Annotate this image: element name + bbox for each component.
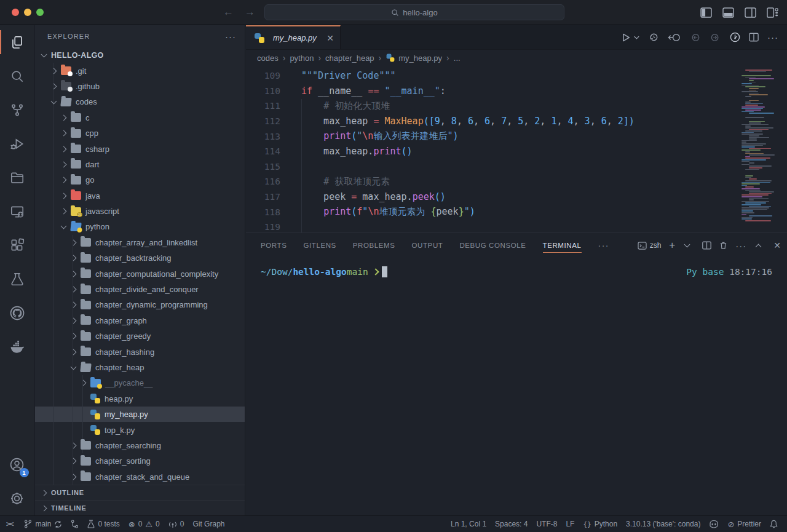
- tree-folder-cpp[interactable]: cpp: [35, 125, 245, 141]
- tree-folder-chapter_dynamic_programming[interactable]: chapter_dynamic_programming: [35, 297, 245, 312]
- file-history-icon[interactable]: [649, 32, 659, 42]
- chevron-right-icon[interactable]: [71, 271, 77, 277]
- activity-search-icon[interactable]: [0, 59, 34, 93]
- activity-source-control-icon[interactable]: [0, 93, 34, 127]
- chevron-right-icon[interactable]: [71, 349, 77, 355]
- source-control-icon[interactable]: [66, 516, 83, 532]
- panel-tab-output[interactable]: OUTPUT: [412, 233, 443, 258]
- breadcrumb-item[interactable]: chapter_heap: [325, 54, 374, 63]
- activity-testing-icon[interactable]: [0, 262, 34, 296]
- breadcrumb-file[interactable]: my_heap.py: [398, 54, 442, 63]
- panel-tab-terminal[interactable]: TERMINAL: [543, 233, 582, 258]
- next-change-icon[interactable]: [710, 33, 721, 42]
- language-mode[interactable]: {}Python: [579, 516, 622, 532]
- minimap[interactable]: [742, 69, 780, 222]
- chevron-right-icon[interactable]: [61, 161, 67, 167]
- previous-change-icon[interactable]: [689, 33, 701, 42]
- chevron-down-icon[interactable]: [41, 51, 47, 57]
- chevron-right-icon[interactable]: [71, 458, 77, 464]
- activity-extensions-icon[interactable]: [0, 228, 34, 262]
- customize-layout-icon[interactable]: [767, 7, 778, 18]
- eol-status[interactable]: LF: [561, 516, 579, 532]
- copilot-status[interactable]: [705, 516, 723, 532]
- chevron-right-icon[interactable]: [71, 474, 77, 480]
- gitlens-graph-icon[interactable]: [730, 32, 740, 42]
- toggle-secondary-sidebar-icon[interactable]: [745, 7, 756, 18]
- chevron-right-icon[interactable]: [71, 317, 77, 324]
- close-window-button[interactable]: [12, 9, 19, 16]
- activity-remote-explorer-icon[interactable]: [0, 194, 34, 228]
- terminal-instance-zsh[interactable]: zsh: [638, 241, 662, 250]
- activity-project-folder-icon[interactable]: [0, 161, 34, 194]
- code-editor[interactable]: 109"""Driver Code"""110if __name__ == "_…: [246, 66, 787, 232]
- tree-folder-chapter_backtracking[interactable]: chapter_backtracking: [35, 250, 245, 266]
- tree-file-my_heap.py[interactable]: my_heap.py: [35, 407, 245, 422]
- tree-folder-chapter_stack_and_queue[interactable]: chapter_stack_and_queue: [35, 469, 245, 485]
- breadcrumb-item[interactable]: python: [290, 54, 314, 63]
- prettier-status[interactable]: ⊘ Prettier: [723, 516, 765, 532]
- chevron-right-icon[interactable]: [51, 84, 57, 90]
- activity-github-icon[interactable]: [0, 296, 34, 330]
- tree-file-top_k.py[interactable]: top_k.py: [35, 422, 245, 437]
- tree-folder-java[interactable]: java: [35, 188, 245, 204]
- tree-folder-chapter_greedy[interactable]: chapter_greedy: [35, 328, 245, 344]
- indentation-status[interactable]: Spaces: 4: [491, 516, 532, 532]
- maximize-panel-icon[interactable]: [756, 244, 762, 250]
- chevron-right-icon[interactable]: [61, 208, 67, 215]
- activity-docker-icon[interactable]: [0, 330, 34, 363]
- chevron-right-icon[interactable]: [61, 130, 67, 137]
- panel-more-actions-icon[interactable]: ···: [735, 240, 746, 251]
- cursor-position[interactable]: Ln 1, Col 1: [446, 516, 491, 532]
- chevron-right-icon[interactable]: [61, 177, 67, 183]
- window-controls[interactable]: [12, 9, 44, 16]
- notifications-bell[interactable]: [765, 516, 782, 532]
- split-editor-icon[interactable]: [749, 33, 759, 42]
- tree-folder-chapter_array_and_linkedlist[interactable]: chapter_array_and_linkedlist: [35, 235, 245, 250]
- outline-section[interactable]: OUTLINE: [35, 485, 245, 500]
- chevron-down-icon[interactable]: [51, 98, 57, 104]
- chevron-right-icon[interactable]: [71, 239, 77, 245]
- activity-settings-icon[interactable]: [0, 482, 34, 515]
- run-python-file-button[interactable]: [622, 33, 640, 42]
- close-tab-icon[interactable]: ✕: [326, 33, 334, 43]
- chevron-right-icon[interactable]: [51, 68, 57, 74]
- terminal[interactable]: ~/Dow/hello-algo main Py base 18:17:16: [246, 258, 787, 515]
- remote-indicator[interactable]: ><: [0, 520, 20, 528]
- tree-folder-chapter_searching[interactable]: chapter_searching: [35, 438, 245, 453]
- navigate-back-icon[interactable]: ←: [223, 7, 234, 17]
- tree-folder-chapter_divide_and_conquer[interactable]: chapter_divide_and_conquer: [35, 282, 245, 297]
- activity-accounts-icon[interactable]: 1: [0, 448, 34, 482]
- branch-status[interactable]: main: [20, 516, 66, 532]
- chevron-right-icon[interactable]: [71, 255, 77, 261]
- activity-run-and-debug-icon[interactable]: [0, 127, 34, 161]
- problems-status[interactable]: ⊗ 0 ⚠ 0: [124, 516, 164, 532]
- chevron-right-icon[interactable]: [61, 114, 67, 121]
- toggle-panel-icon[interactable]: [722, 7, 734, 18]
- breadcrumb-item[interactable]: codes: [257, 54, 279, 63]
- tree-folder-chapter_computational_complexity[interactable]: chapter_computational_complexity: [35, 266, 245, 281]
- close-panel-icon[interactable]: ✕: [773, 240, 781, 250]
- breadcrumb[interactable]: codes›python›chapter_heap›my_heap.py›...: [246, 50, 787, 66]
- chevron-right-icon[interactable]: [71, 287, 77, 293]
- tree-folder-chapter_graph[interactable]: chapter_graph: [35, 313, 245, 328]
- terminal-dropdown-icon[interactable]: [684, 241, 690, 247]
- tree-folder-c[interactable]: c: [35, 110, 245, 125]
- tree-folder-codes[interactable]: codes: [35, 94, 245, 109]
- minimize-window-button[interactable]: [24, 9, 31, 16]
- panel-more-tabs-icon[interactable]: ···: [598, 240, 610, 250]
- toggle-primary-sidebar-icon[interactable]: [700, 7, 712, 18]
- panel-tab-debug-console[interactable]: DEBUG CONSOLE: [459, 233, 526, 258]
- chevron-down-icon[interactable]: [61, 223, 67, 229]
- zoom-window-button[interactable]: [36, 9, 44, 16]
- python-interpreter[interactable]: 3.10.13 ('base': conda): [622, 516, 705, 532]
- tree-folder-csharp[interactable]: csharp: [35, 141, 245, 156]
- activity-explorer-icon[interactable]: [0, 25, 34, 59]
- panel-tab-gitlens[interactable]: GITLENS: [303, 233, 336, 258]
- chevron-right-icon[interactable]: [81, 380, 87, 386]
- tree-folder-.github[interactable]: .github: [35, 79, 245, 94]
- tests-status[interactable]: 0 tests: [83, 516, 124, 532]
- chevron-right-icon[interactable]: [71, 333, 77, 339]
- chevron-right-icon[interactable]: [71, 302, 77, 308]
- tree-folder-python[interactable]: python: [35, 219, 245, 234]
- panel-tab-problems[interactable]: PROBLEMS: [353, 233, 395, 258]
